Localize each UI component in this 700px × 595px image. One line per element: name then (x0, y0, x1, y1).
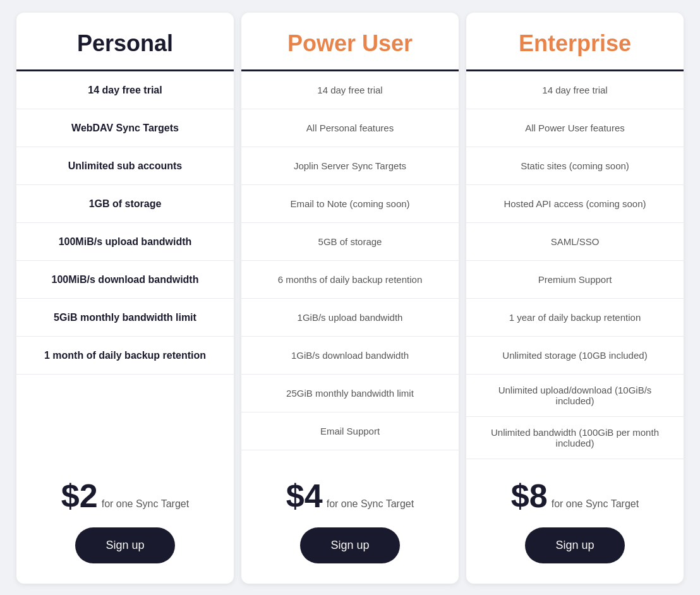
feature-row-personal-5: 100MiB/s download bandwidth (16, 261, 234, 299)
feature-row-enterprise-5: Premium Support (466, 261, 684, 299)
plan-title-personal: Personal (29, 30, 221, 57)
signup-button-personal[interactable]: Sign up (75, 527, 174, 563)
price-display-power-user: $4for one Sync Target (286, 477, 414, 515)
plan-header-enterprise: Enterprise (466, 13, 684, 71)
pricing-footer-power-user: $4for one Sync TargetSign up (241, 459, 459, 584)
feature-row-enterprise-2: Static sites (coming soon) (466, 147, 684, 185)
pricing-footer-personal: $2for one Sync TargetSign up (16, 459, 234, 584)
plan-header-personal: Personal (16, 13, 234, 71)
feature-row-power-user-8: 25GiB monthly bandwidth limit (241, 375, 459, 412)
feature-row-personal-2: Unlimited sub accounts (16, 147, 234, 185)
price-display-personal: $2for one Sync Target (61, 477, 189, 515)
price-suffix-personal: for one Sync Target (102, 498, 189, 510)
price-suffix-enterprise: for one Sync Target (552, 498, 639, 510)
price-suffix-power-user: for one Sync Target (327, 498, 414, 510)
feature-row-power-user-9: Email Support (241, 412, 459, 450)
plan-title-power-user: Power User (254, 30, 446, 57)
price-amount-enterprise: $8 (511, 477, 548, 515)
feature-row-power-user-1: All Personal features (241, 109, 459, 147)
feature-row-power-user-2: Joplin Server Sync Targets (241, 147, 459, 185)
features-list-power-user: 14 day free trialAll Personal featuresJo… (241, 71, 459, 459)
features-list-personal: 14 day free trialWebDAV Sync TargetsUnli… (16, 71, 234, 459)
plan-card-personal: Personal14 day free trialWebDAV Sync Tar… (16, 13, 234, 584)
feature-row-power-user-6: 1GiB/s upload bandwidth (241, 299, 459, 337)
plan-header-power-user: Power User (241, 13, 459, 71)
plan-card-power-user: Power User14 day free trialAll Personal … (241, 13, 459, 584)
feature-row-personal-3: 1GB of storage (16, 185, 234, 223)
feature-row-enterprise-8: Unlimited upload/download (10GiB/s inclu… (466, 375, 684, 417)
plan-card-enterprise: Enterprise14 day free trialAll Power Use… (466, 13, 684, 584)
feature-row-personal-6: 5GiB monthly bandwidth limit (16, 299, 234, 337)
feature-row-power-user-0: 14 day free trial (241, 71, 459, 109)
feature-row-personal-1: WebDAV Sync Targets (16, 109, 234, 147)
pricing-container: Personal14 day free trialWebDAV Sync Tar… (6, 6, 694, 590)
feature-row-enterprise-9: Unlimited bandwidth (100GiB per month in… (466, 417, 684, 459)
feature-row-power-user-3: Email to Note (coming soon) (241, 185, 459, 223)
feature-row-enterprise-4: SAML/SSO (466, 223, 684, 261)
feature-row-power-user-5: 6 months of daily backup retention (241, 261, 459, 299)
feature-row-enterprise-7: Unlimited storage (10GB included) (466, 337, 684, 375)
feature-row-personal-0: 14 day free trial (16, 71, 234, 109)
feature-row-enterprise-3: Hosted API access (coming soon) (466, 185, 684, 223)
feature-row-personal-7: 1 month of daily backup retention (16, 337, 234, 375)
features-list-enterprise: 14 day free trialAll Power User features… (466, 71, 684, 459)
feature-row-enterprise-1: All Power User features (466, 109, 684, 147)
feature-row-power-user-4: 5GB of storage (241, 223, 459, 261)
plan-title-enterprise: Enterprise (479, 30, 671, 57)
feature-row-enterprise-6: 1 year of daily backup retention (466, 299, 684, 337)
feature-row-enterprise-0: 14 day free trial (466, 71, 684, 109)
price-amount-power-user: $4 (286, 477, 323, 515)
signup-button-power-user[interactable]: Sign up (300, 527, 399, 563)
price-display-enterprise: $8for one Sync Target (511, 477, 639, 515)
feature-row-personal-4: 100MiB/s upload bandwidth (16, 223, 234, 261)
price-amount-personal: $2 (61, 477, 98, 515)
pricing-footer-enterprise: $8for one Sync TargetSign up (466, 459, 684, 584)
signup-button-enterprise[interactable]: Sign up (525, 527, 624, 563)
feature-row-power-user-7: 1GiB/s download bandwidth (241, 337, 459, 375)
